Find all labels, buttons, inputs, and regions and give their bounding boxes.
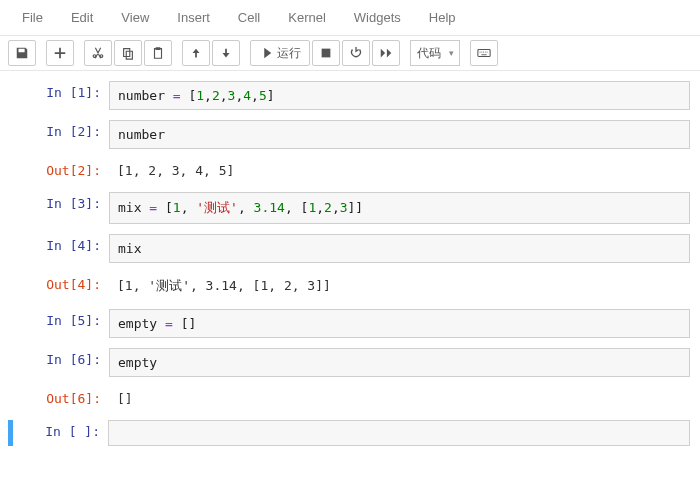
out-prompt: Out[4]: (4, 273, 109, 292)
command-palette-button[interactable] (470, 40, 498, 66)
output-text: [1, '测试', 3.14, [1, 2, 3]] (109, 273, 696, 299)
run-button[interactable]: 运行 (250, 40, 310, 66)
code-token: = (149, 200, 157, 215)
run-label: 运行 (277, 45, 301, 62)
restart-button[interactable] (342, 40, 370, 66)
code-token: , (181, 200, 197, 215)
code-token (157, 200, 165, 215)
stop-icon (319, 46, 333, 60)
paste-button[interactable] (144, 40, 172, 66)
code-token: [] (181, 316, 197, 331)
code-token: 5 (259, 88, 267, 103)
code-input[interactable]: empty = [] (109, 309, 690, 338)
code-token: [ (165, 200, 173, 215)
in-prompt: In [2]: (4, 120, 109, 139)
code-token: ] (355, 200, 363, 215)
cell-input[interactable]: In [6]: empty (4, 348, 696, 377)
output-text: [1, 2, 3, 4, 5] (109, 159, 696, 182)
code-token: , (238, 200, 254, 215)
notebook-container: In [1]: number = [1,2,3,4,5] In [2]: num… (0, 71, 700, 462)
code-token: 2 (212, 88, 220, 103)
cut-icon (91, 46, 105, 60)
code-token: , (285, 200, 301, 215)
code-token: number (118, 127, 165, 142)
menubar: File Edit View Insert Cell Kernel Widget… (0, 0, 700, 36)
code-token: empty (118, 316, 165, 331)
cell-output: Out[6]: [] (4, 387, 696, 410)
out-prompt: Out[2]: (4, 159, 109, 178)
cell-input[interactable]: In [4]: mix (4, 234, 696, 263)
paste-icon (151, 46, 165, 60)
code-token: = (165, 316, 173, 331)
code-token: 1 (173, 200, 181, 215)
menu-help[interactable]: Help (415, 4, 470, 31)
code-token: , (316, 200, 324, 215)
code-token: mix (118, 241, 141, 256)
code-token: mix (118, 200, 149, 215)
save-icon (15, 46, 29, 60)
in-prompt: In [1]: (4, 81, 109, 100)
arrow-down-icon (219, 46, 233, 60)
menu-view[interactable]: View (107, 4, 163, 31)
menu-edit[interactable]: Edit (57, 4, 107, 31)
in-prompt: In [6]: (4, 348, 109, 367)
stop-button[interactable] (312, 40, 340, 66)
move-up-button[interactable] (182, 40, 210, 66)
code-token: = (173, 88, 181, 103)
run-icon (259, 46, 273, 60)
svg-rect-1 (478, 50, 490, 57)
menu-kernel[interactable]: Kernel (274, 4, 340, 31)
code-token: 3 (340, 200, 348, 215)
cell-input-active[interactable]: In [ ]: (8, 420, 696, 446)
cell-input[interactable]: In [3]: mix = [1, '测试', 3.14, [1,2,3]] (4, 192, 696, 224)
cell-input[interactable]: In [2]: number (4, 120, 696, 149)
code-token: , (220, 88, 228, 103)
cell-input[interactable]: In [1]: number = [1,2,3,4,5] (4, 81, 696, 110)
menu-widgets[interactable]: Widgets (340, 4, 415, 31)
save-button[interactable] (8, 40, 36, 66)
menu-insert[interactable]: Insert (163, 4, 224, 31)
code-token: , (204, 88, 212, 103)
fast-forward-icon (379, 46, 393, 60)
add-cell-button[interactable] (46, 40, 74, 66)
code-token: ] (267, 88, 275, 103)
plus-icon (53, 46, 67, 60)
cut-button[interactable] (84, 40, 112, 66)
cell-type-select[interactable]: 代码 (410, 40, 460, 66)
move-down-button[interactable] (212, 40, 240, 66)
code-token: 1 (196, 88, 204, 103)
svg-rect-0 (322, 49, 331, 58)
in-prompt: In [ ]: (14, 420, 108, 439)
code-input[interactable]: number = [1,2,3,4,5] (109, 81, 690, 110)
in-prompt: In [5]: (4, 309, 109, 328)
code-token: 3.14 (254, 200, 285, 215)
toolbar: 运行 代码 (0, 36, 700, 71)
code-input[interactable]: mix = [1, '测试', 3.14, [1,2,3]] (109, 192, 690, 224)
menu-cell[interactable]: Cell (224, 4, 274, 31)
code-token: '测试' (196, 200, 238, 215)
code-token: number (118, 88, 173, 103)
code-token: 4 (243, 88, 251, 103)
code-input[interactable]: number (109, 120, 690, 149)
in-prompt: In [3]: (4, 192, 109, 211)
copy-icon (121, 46, 135, 60)
code-token: , (251, 88, 259, 103)
code-token: , (332, 200, 340, 215)
cell-output: Out[4]: [1, '测试', 3.14, [1, 2, 3]] (4, 273, 696, 299)
code-input[interactable] (108, 420, 690, 446)
code-token: empty (118, 355, 157, 370)
restart-icon (349, 46, 363, 60)
out-prompt: Out[6]: (4, 387, 109, 406)
keyboard-icon (477, 46, 491, 60)
run-all-button[interactable] (372, 40, 400, 66)
arrow-up-icon (189, 46, 203, 60)
copy-button[interactable] (114, 40, 142, 66)
code-input[interactable]: mix (109, 234, 690, 263)
cell-input[interactable]: In [5]: empty = [] (4, 309, 696, 338)
code-token: 2 (324, 200, 332, 215)
code-token (173, 316, 181, 331)
code-input[interactable]: empty (109, 348, 690, 377)
cell-output: Out[2]: [1, 2, 3, 4, 5] (4, 159, 696, 182)
menu-file[interactable]: File (8, 4, 57, 31)
output-text: [] (109, 387, 696, 410)
